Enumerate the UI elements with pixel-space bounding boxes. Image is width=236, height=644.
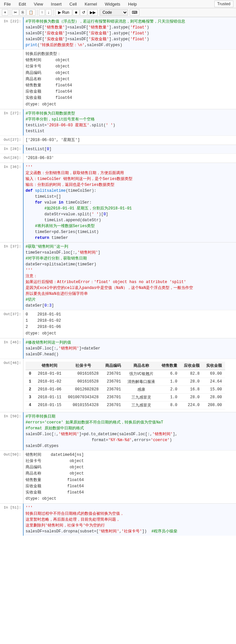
toolbar: + ✂ ⎘ 📋 ↑ ↓ ▶ Run ■ ↺ ▶▶ Code Markdown R… — [0, 8, 236, 17]
add-cell-button[interactable]: + — [2, 9, 8, 16]
col-header-index — [26, 362, 34, 370]
menu-kernel[interactable]: Kernel — [83, 1, 98, 7]
cell-code-36[interactable]: ''' 定义函数：分割销售日期，获取销售日期，方便后面调用 输入：timeCol… — [23, 163, 236, 242]
cell-label-out-27: Out[27]: — [0, 136, 23, 145]
col-header-card: 社保卡号 — [65, 362, 102, 370]
move-down-button[interactable]: ↓ — [46, 9, 51, 16]
cell-code: 236701 — [102, 385, 124, 393]
cell-saletime: 2018-01-15 — [34, 401, 65, 409]
col-header-name: 商品名称 — [124, 362, 158, 370]
row-index: 1 — [26, 378, 34, 385]
cell-actual: 15.00 — [203, 385, 225, 393]
table-row: 2 2018-01-06 0012602828 236701 感康 2.0 16… — [26, 385, 225, 393]
cell-label-out-46: Out[46]: — [0, 359, 23, 412]
cell-code-27[interactable]: #字符串转换为日期数据类型 #字符串分割，split括号里有一个空格 testL… — [23, 109, 236, 135]
cell-type-select[interactable]: Code Markdown Raw — [100, 9, 128, 16]
notebook: In [22]: #字符串转换为数值（浮点型），若运行有报警和错误消息，则可忽略… — [0, 17, 236, 536]
fastforward-button[interactable]: ▶▶ — [88, 9, 98, 16]
cell-code-51[interactable]: ''' 转换日期过程中不符合日期格式的数值会被转换为空值， 这里暂时忽略，再后面… — [23, 504, 236, 536]
cell-code-37[interactable]: #获取'销售时间'这一列 timeSer=salesDF.loc[:,'销售时间… — [23, 242, 236, 310]
cell-label-in-50: In [50]: — [0, 412, 23, 450]
menu-insert[interactable]: Insert — [49, 1, 63, 7]
separator3 — [53, 9, 53, 16]
cell-in-50: In [50]: #字符串转换日期 #errors='coerce' 如果原始数… — [0, 412, 236, 450]
output-text-22: 转换后的数据类型： 销售时间 object 社保卡号 object 商品编码 o… — [26, 51, 234, 108]
cell-actual: 28.00 — [203, 393, 225, 401]
cell-in-37: In [37]: #获取'销售时间'这一列 timeSer=salesDF.lo… — [0, 242, 236, 310]
cell-output-content-50: 销售时间 datetime64[ns] 社保卡号 object 商品编码 obj… — [23, 451, 236, 504]
menu-widgets[interactable]: Widgets — [104, 1, 122, 7]
cell-label-in-36: In [36]: — [0, 163, 23, 242]
menu-help[interactable]: Help — [127, 1, 138, 7]
cell-qty: 8.0 — [158, 401, 181, 409]
cell-code-46[interactable]: #修改销售时间这一列的值 salesDF.loc[:,'销售时间']=dateS… — [23, 338, 236, 359]
col-header-code: 商品编码 — [102, 362, 124, 370]
cell-qty: 6.0 — [158, 370, 181, 378]
copy-button[interactable]: ⎘ — [20, 9, 26, 16]
cell-out-46: Out[46]: 销售时间 社保卡号 商品编码 商品名称 销售数量 应收金额 实… — [0, 359, 236, 412]
table-row: 4 2018-01-15 00101554328 236701 三九感冒灵 8.… — [26, 401, 225, 409]
move-up-button[interactable]: ↑ — [39, 9, 45, 16]
cell-label-out-50: Out[50]: — [0, 451, 23, 504]
cell-receivable: 28.0 — [181, 393, 203, 401]
cell-label-out-37: Out[37]: — [0, 310, 23, 338]
cell-name: 三九感冒灵 — [124, 401, 158, 409]
col-header-receivable: 应收金额 — [181, 362, 203, 370]
cell-card: 00101554328 — [65, 401, 102, 409]
cell-code: 236701 — [102, 393, 124, 401]
cell-in-36: In [36]: ''' 定义函数：分割销售日期，获取销售日期，方便后面调用 输… — [0, 163, 236, 242]
cell-actual: 24.64 — [203, 378, 225, 385]
cell-qty: 1.0 — [158, 393, 181, 401]
row-index: 3 — [26, 393, 34, 401]
col-header-saletime: 销售时间 — [34, 362, 65, 370]
row-index: 0 — [26, 370, 34, 378]
restart-button[interactable]: ↺ — [80, 9, 87, 16]
cell-output-content-22: 转换后的数据类型： 销售时间 object 社保卡号 object 商品编码 o… — [23, 50, 236, 109]
cell-output-content-46: 销售时间 社保卡号 商品编码 商品名称 销售数量 应收金额 实收金额 0 201… — [23, 359, 236, 412]
cell-label-out-22 — [0, 50, 23, 109]
cell-out-22: 转换后的数据类型： 销售时间 object 社保卡号 object 商品编码 o… — [0, 49, 236, 109]
menubar: File Edit View Insert Cell Kernel Widget… — [0, 0, 236, 8]
cell-saletime: 2018-01-01 — [34, 370, 65, 378]
separator — [10, 9, 10, 16]
cell-label-out-28: Out[28]: — [0, 154, 23, 163]
col-header-qty: 销售数量 — [158, 362, 181, 370]
cell-in-27: In [27]: #字符串转换为日期数据类型 #字符串分割，split括号里有一… — [0, 109, 236, 135]
table-row: 1 2018-01-02 001616528 236701 清热解毒口服液 1.… — [26, 378, 225, 385]
cell-saletime: 2018-01-11 — [34, 393, 65, 401]
menu-file[interactable]: File — [3, 1, 12, 7]
menu-edit[interactable]: Edit — [17, 1, 27, 7]
cell-output-content-27: ['2018-06-03', '星期五'] — [23, 136, 236, 145]
paste-button[interactable]: 📋 — [27, 9, 35, 16]
cell-out-37: Out[37]: 0 2018-01-01 1 2018-01-02 2 201… — [0, 310, 236, 338]
cell-code-28[interactable]: testList[0] — [23, 145, 236, 153]
cell-saletime: 2018-01-02 — [34, 378, 65, 385]
cell-receivable: 28.0 — [181, 378, 203, 385]
menu-view[interactable]: View — [32, 1, 44, 7]
cut-button[interactable]: ✂ — [12, 9, 19, 16]
stop-button[interactable]: ■ — [73, 9, 79, 16]
separator2 — [37, 9, 37, 16]
cell-card: 001616528 — [65, 370, 102, 378]
cell-code-22[interactable]: #字符串转换为数值（浮点型），若运行有报警和错误消息，则可忽略报警，只关注报错信… — [23, 17, 236, 49]
cell-label-in-28: In [28]: — [0, 145, 23, 153]
cell-out-50: Out[50]: 销售时间 datetime64[ns] 社保卡号 object… — [0, 450, 236, 504]
keyboard-button[interactable]: ⌨ — [130, 9, 139, 16]
cell-name: 感康 — [124, 385, 158, 393]
cell-card: 0010070343428 — [65, 393, 102, 401]
run-button[interactable]: ▶ Run — [55, 9, 72, 16]
cell-code-50[interactable]: #字符串转换日期 #errors='coerce' 如果原始数据不符合日期的格式… — [23, 412, 236, 450]
trusted-badge: Trusted — [214, 1, 233, 7]
row-index: 2 — [26, 385, 34, 393]
cell-card: 001616528 — [65, 378, 102, 385]
cell-in-46: In [46]: #修改销售时间这一列的值 salesDF.loc[:,'销售时… — [0, 338, 236, 359]
cell-receivable: 82.8 — [181, 370, 203, 378]
cell-receivable: 224.0 — [181, 401, 203, 409]
cell-code: 236701 — [102, 378, 124, 385]
cell-name: 强力VC银翘片 — [124, 370, 158, 378]
cell-output-content-28: '2018-06-03' — [23, 154, 236, 163]
cell-label-in-22: In [22]: — [0, 17, 23, 49]
cell-in-22: In [22]: #字符串转换为数值（浮点型），若运行有报警和错误消息，则可忽略… — [0, 17, 236, 49]
cell-label-in-51: In [51]: — [0, 504, 23, 536]
menu-cell[interactable]: Cell — [68, 1, 78, 7]
